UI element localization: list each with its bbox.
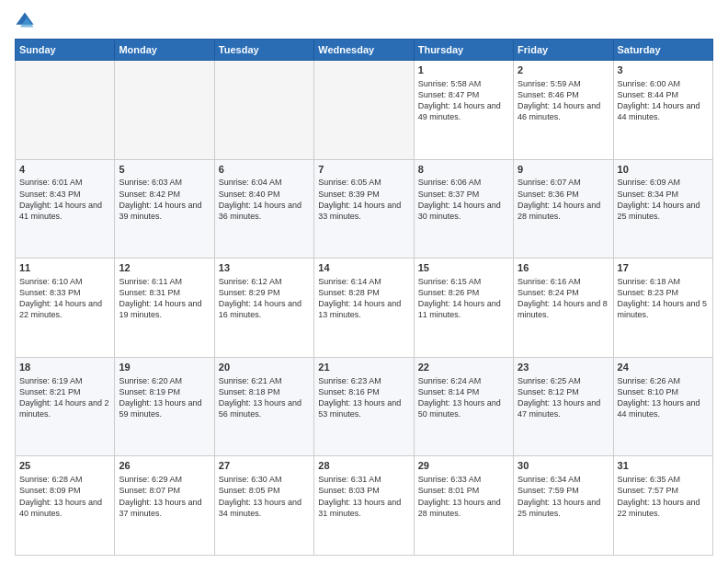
- day-cell: 3Sunrise: 6:00 AM Sunset: 8:44 PM Daylig…: [613, 61, 712, 160]
- day-number: 1: [418, 63, 509, 77]
- day-cell: [314, 61, 414, 160]
- day-info: Sunrise: 6:26 AM Sunset: 8:10 PM Dayligh…: [618, 375, 709, 420]
- day-cell: 30Sunrise: 6:34 AM Sunset: 7:59 PM Dayli…: [514, 456, 613, 556]
- day-info: Sunrise: 6:07 AM Sunset: 8:36 PM Dayligh…: [518, 177, 609, 222]
- day-number: 26: [119, 459, 210, 473]
- day-info: Sunrise: 6:01 AM Sunset: 8:43 PM Dayligh…: [19, 177, 110, 222]
- day-cell: 6Sunrise: 6:04 AM Sunset: 8:40 PM Daylig…: [214, 159, 313, 259]
- day-number: 30: [518, 459, 609, 473]
- day-cell: 22Sunrise: 6:24 AM Sunset: 8:14 PM Dayli…: [414, 357, 513, 456]
- day-info: Sunrise: 6:00 AM Sunset: 8:44 PM Dayligh…: [618, 78, 709, 123]
- day-info: Sunrise: 6:35 AM Sunset: 7:57 PM Dayligh…: [618, 474, 709, 519]
- day-info: Sunrise: 5:59 AM Sunset: 8:46 PM Dayligh…: [518, 78, 609, 123]
- logo-icon: [15, 11, 35, 31]
- day-info: Sunrise: 6:29 AM Sunset: 8:07 PM Dayligh…: [119, 474, 210, 519]
- day-number: 25: [19, 459, 110, 473]
- day-cell: 26Sunrise: 6:29 AM Sunset: 8:07 PM Dayli…: [115, 456, 214, 556]
- day-number: 9: [518, 163, 609, 177]
- day-info: Sunrise: 6:28 AM Sunset: 8:09 PM Dayligh…: [19, 474, 110, 519]
- day-number: 11: [19, 261, 110, 275]
- day-info: Sunrise: 6:30 AM Sunset: 8:05 PM Dayligh…: [219, 474, 310, 519]
- day-cell: 12Sunrise: 6:11 AM Sunset: 8:31 PM Dayli…: [115, 259, 214, 358]
- day-number: 20: [219, 361, 310, 374]
- day-number: 22: [418, 361, 509, 374]
- day-info: Sunrise: 6:31 AM Sunset: 8:03 PM Dayligh…: [318, 474, 409, 519]
- day-cell: 20Sunrise: 6:21 AM Sunset: 8:18 PM Dayli…: [214, 357, 313, 456]
- day-info: Sunrise: 6:14 AM Sunset: 8:28 PM Dayligh…: [318, 276, 409, 321]
- day-number: 29: [418, 459, 509, 473]
- day-cell: 25Sunrise: 6:28 AM Sunset: 8:09 PM Dayli…: [16, 456, 115, 556]
- day-cell: [115, 61, 214, 160]
- day-cell: 8Sunrise: 6:06 AM Sunset: 8:37 PM Daylig…: [414, 159, 513, 259]
- day-info: Sunrise: 6:03 AM Sunset: 8:42 PM Dayligh…: [119, 177, 210, 222]
- day-cell: 2Sunrise: 5:59 AM Sunset: 8:46 PM Daylig…: [514, 61, 613, 160]
- day-number: 12: [119, 261, 210, 275]
- day-cell: 21Sunrise: 6:23 AM Sunset: 8:16 PM Dayli…: [314, 357, 414, 456]
- day-cell: 24Sunrise: 6:26 AM Sunset: 8:10 PM Dayli…: [613, 357, 712, 456]
- day-cell: [16, 61, 115, 160]
- day-info: Sunrise: 6:20 AM Sunset: 8:19 PM Dayligh…: [119, 375, 210, 420]
- day-info: Sunrise: 6:10 AM Sunset: 8:33 PM Dayligh…: [19, 276, 110, 321]
- day-cell: 7Sunrise: 6:05 AM Sunset: 8:39 PM Daylig…: [314, 159, 414, 259]
- day-cell: 16Sunrise: 6:16 AM Sunset: 8:24 PM Dayli…: [514, 259, 613, 358]
- day-info: Sunrise: 6:25 AM Sunset: 8:12 PM Dayligh…: [518, 375, 609, 420]
- day-number: 2: [518, 63, 609, 77]
- day-cell: 17Sunrise: 6:18 AM Sunset: 8:23 PM Dayli…: [613, 259, 712, 358]
- day-number: 3: [618, 63, 709, 77]
- day-cell: 27Sunrise: 6:30 AM Sunset: 8:05 PM Dayli…: [214, 456, 313, 556]
- day-cell: 14Sunrise: 6:14 AM Sunset: 8:28 PM Dayli…: [314, 259, 414, 358]
- day-info: Sunrise: 6:18 AM Sunset: 8:23 PM Dayligh…: [618, 276, 709, 321]
- day-number: 28: [318, 459, 409, 473]
- day-cell: 13Sunrise: 6:12 AM Sunset: 8:29 PM Dayli…: [214, 259, 313, 358]
- day-info: Sunrise: 6:04 AM Sunset: 8:40 PM Dayligh…: [219, 177, 310, 222]
- day-info: Sunrise: 6:23 AM Sunset: 8:16 PM Dayligh…: [318, 375, 409, 420]
- week-row-5: 25Sunrise: 6:28 AM Sunset: 8:09 PM Dayli…: [16, 456, 713, 556]
- week-row-1: 1Sunrise: 5:58 AM Sunset: 8:47 PM Daylig…: [16, 61, 713, 160]
- day-info: Sunrise: 6:16 AM Sunset: 8:24 PM Dayligh…: [518, 276, 609, 321]
- day-info: Sunrise: 6:09 AM Sunset: 8:34 PM Dayligh…: [618, 177, 709, 222]
- day-cell: 23Sunrise: 6:25 AM Sunset: 8:12 PM Dayli…: [514, 357, 613, 456]
- col-header-saturday: Saturday: [613, 40, 712, 61]
- day-number: 15: [418, 261, 509, 275]
- day-cell: 11Sunrise: 6:10 AM Sunset: 8:33 PM Dayli…: [16, 259, 115, 358]
- col-header-friday: Friday: [514, 40, 613, 61]
- day-info: Sunrise: 6:33 AM Sunset: 8:01 PM Dayligh…: [418, 474, 509, 519]
- day-cell: 1Sunrise: 5:58 AM Sunset: 8:47 PM Daylig…: [414, 61, 513, 160]
- day-number: 27: [219, 459, 310, 473]
- col-header-sunday: Sunday: [16, 40, 115, 61]
- day-info: Sunrise: 6:21 AM Sunset: 8:18 PM Dayligh…: [219, 375, 310, 420]
- day-cell: 18Sunrise: 6:19 AM Sunset: 8:21 PM Dayli…: [16, 357, 115, 456]
- day-cell: 5Sunrise: 6:03 AM Sunset: 8:42 PM Daylig…: [115, 159, 214, 259]
- day-number: 18: [19, 361, 110, 374]
- day-info: Sunrise: 6:06 AM Sunset: 8:37 PM Dayligh…: [418, 177, 509, 222]
- day-info: Sunrise: 6:11 AM Sunset: 8:31 PM Dayligh…: [119, 276, 210, 321]
- logo: [15, 11, 39, 31]
- day-info: Sunrise: 6:05 AM Sunset: 8:39 PM Dayligh…: [318, 177, 409, 222]
- day-cell: 4Sunrise: 6:01 AM Sunset: 8:43 PM Daylig…: [16, 159, 115, 259]
- day-info: Sunrise: 6:12 AM Sunset: 8:29 PM Dayligh…: [219, 276, 310, 321]
- calendar-table: SundayMondayTuesdayWednesdayThursdayFrid…: [15, 39, 713, 556]
- day-cell: 15Sunrise: 6:15 AM Sunset: 8:26 PM Dayli…: [414, 259, 513, 358]
- week-row-4: 18Sunrise: 6:19 AM Sunset: 8:21 PM Dayli…: [16, 357, 713, 456]
- day-number: 31: [618, 459, 709, 473]
- day-number: 10: [618, 163, 709, 177]
- day-number: 6: [219, 163, 310, 177]
- day-number: 8: [418, 163, 509, 177]
- day-number: 4: [19, 163, 110, 177]
- day-number: 16: [518, 261, 609, 275]
- day-cell: 9Sunrise: 6:07 AM Sunset: 8:36 PM Daylig…: [514, 159, 613, 259]
- day-cell: 10Sunrise: 6:09 AM Sunset: 8:34 PM Dayli…: [613, 159, 712, 259]
- day-number: 17: [618, 261, 709, 275]
- day-cell: 29Sunrise: 6:33 AM Sunset: 8:01 PM Dayli…: [414, 456, 513, 556]
- day-number: 5: [119, 163, 210, 177]
- day-info: Sunrise: 6:19 AM Sunset: 8:21 PM Dayligh…: [19, 375, 110, 420]
- day-number: 23: [518, 361, 609, 374]
- day-number: 7: [318, 163, 409, 177]
- day-number: 13: [219, 261, 310, 275]
- day-info: Sunrise: 6:24 AM Sunset: 8:14 PM Dayligh…: [418, 375, 509, 420]
- day-number: 21: [318, 361, 409, 374]
- day-cell: 31Sunrise: 6:35 AM Sunset: 7:57 PM Dayli…: [613, 456, 712, 556]
- header: [15, 11, 713, 31]
- col-header-thursday: Thursday: [414, 40, 513, 61]
- day-number: 19: [119, 361, 210, 374]
